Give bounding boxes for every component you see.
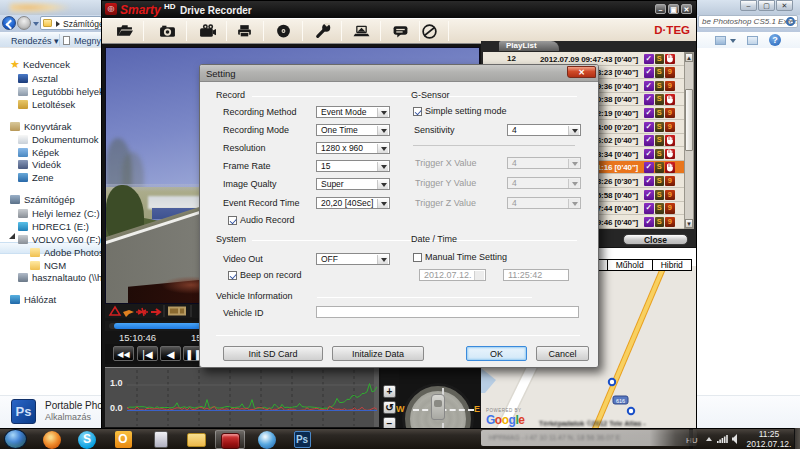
svg-text:616: 616 [616,398,625,404]
